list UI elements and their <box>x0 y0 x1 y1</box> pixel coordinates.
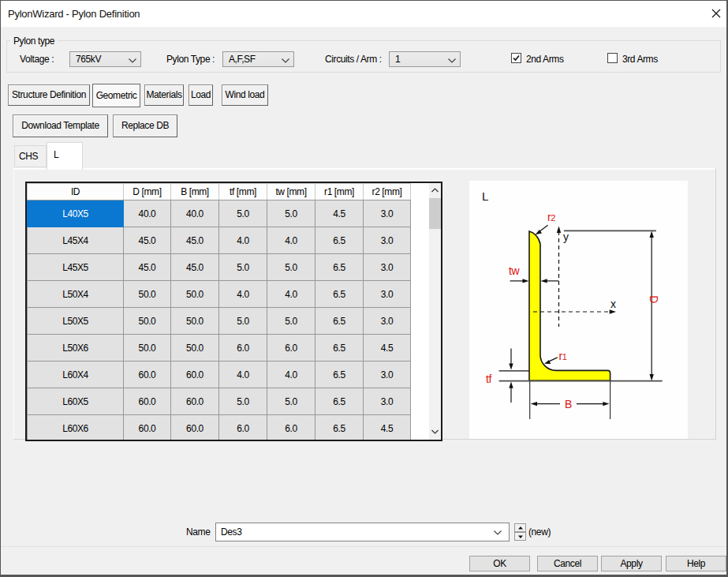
svg-text:r2: r2 <box>547 211 555 223</box>
svg-text:x: x <box>610 298 616 310</box>
svg-text:y: y <box>563 230 569 243</box>
svg-text:r1: r1 <box>559 350 567 362</box>
svg-text:tf: tf <box>486 373 491 385</box>
svg-text:D: D <box>648 295 660 303</box>
svg-text:B: B <box>565 398 572 410</box>
svg-text:tw: tw <box>509 264 520 277</box>
svg-text:L: L <box>482 189 488 203</box>
